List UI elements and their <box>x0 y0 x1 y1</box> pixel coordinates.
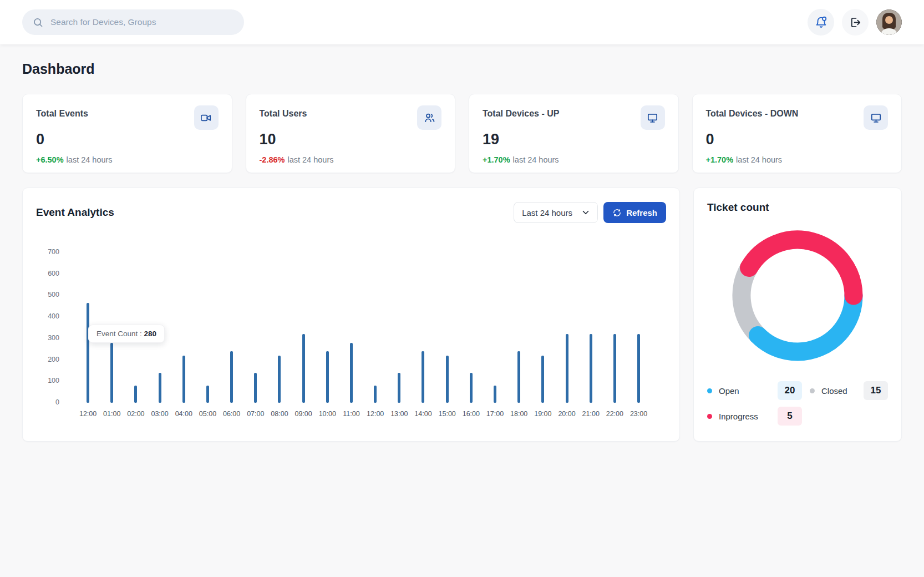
search-input[interactable] <box>50 17 234 27</box>
bar-column[interactable]: 12:00 <box>363 252 387 403</box>
bar-column[interactable]: 13:00 <box>387 252 411 403</box>
bar[interactable] <box>110 343 113 403</box>
bar[interactable] <box>398 373 400 403</box>
bar[interactable] <box>302 334 305 403</box>
bar-column[interactable]: 09:00 <box>292 252 316 403</box>
bar-column[interactable]: 04:00 <box>172 252 196 403</box>
x-axis-tick-label: 01:00 <box>103 410 120 418</box>
x-axis-tick-label: 12:00 <box>367 410 384 418</box>
bar[interactable] <box>470 373 473 403</box>
notification-bell-icon <box>814 16 828 29</box>
bar-column[interactable]: 21:00 <box>579 252 603 403</box>
bar-column[interactable]: 14:00 <box>411 252 435 403</box>
x-axis-tick-label: 07:00 <box>247 410 264 418</box>
refresh-button[interactable]: Refresh <box>603 202 666 223</box>
delta-percent: +1.70% <box>706 155 734 164</box>
bar[interactable] <box>159 373 161 403</box>
bar[interactable] <box>422 351 424 403</box>
x-axis-tick-label: 20:00 <box>558 410 575 418</box>
x-axis-tick-label: 10:00 <box>319 410 336 418</box>
stat-card-icon-box <box>417 105 441 130</box>
x-axis-tick-label: 17:00 <box>486 410 504 418</box>
bar[interactable] <box>566 334 568 403</box>
y-axis-tick-label: 400 <box>36 312 59 320</box>
event-analytics-panel: Event Analytics Last 24 hours Refresh <box>22 188 680 442</box>
logout-button[interactable] <box>842 9 869 36</box>
stat-card-devices-down: Total Devices - DOWN 0 +1.70%last 24 hou… <box>692 94 902 173</box>
search-icon <box>32 17 44 28</box>
bar[interactable] <box>87 303 89 403</box>
user-avatar[interactable] <box>876 9 902 35</box>
bar[interactable] <box>230 351 233 403</box>
ticket-donut-chart[interactable] <box>732 230 863 361</box>
ticket-count-title: Ticket count <box>707 201 888 214</box>
bar[interactable] <box>206 386 209 403</box>
bar[interactable] <box>326 351 329 403</box>
bar[interactable] <box>182 356 185 403</box>
page-title: Dashbaord <box>22 61 902 77</box>
stat-card-delta: +1.70%last 24 hours <box>706 155 889 164</box>
legend-dot-inprogress <box>707 414 712 419</box>
donut-segment-closed[interactable] <box>742 268 758 336</box>
topbar-actions <box>808 9 902 36</box>
stat-card-value: 0 <box>36 131 219 148</box>
bar-column[interactable]: 22:00 <box>603 252 627 403</box>
time-range-select[interactable]: Last 24 hours <box>514 202 598 223</box>
bar-column[interactable]: 20:00 <box>555 252 578 403</box>
bar-column[interactable]: 05:00 <box>196 252 220 403</box>
stat-card-delta: -2.86%last 24 hours <box>260 155 442 164</box>
bar-column[interactable]: 19:00 <box>531 252 555 403</box>
stat-card-delta: +6.50%last 24 hours <box>36 155 219 164</box>
bar-column[interactable]: 10:00 <box>316 252 339 403</box>
bar-column[interactable]: 15:00 <box>435 252 459 403</box>
legend-value-closed: 15 <box>864 381 888 400</box>
time-range-value: Last 24 hours <box>522 208 572 217</box>
bar[interactable] <box>517 351 520 403</box>
bar[interactable] <box>134 386 137 403</box>
stat-card-icon-box <box>864 105 888 130</box>
bar[interactable] <box>350 343 353 403</box>
bar-column[interactable]: 07:00 <box>243 252 267 403</box>
y-axis-tick-label: 0 <box>36 398 59 406</box>
x-axis-tick-label: 15:00 <box>439 410 456 418</box>
donut-segment-open[interactable] <box>758 296 854 352</box>
topbar <box>0 0 924 44</box>
x-axis-tick-label: 06:00 <box>223 410 240 418</box>
notifications-button[interactable] <box>808 9 834 36</box>
avatar-image <box>876 9 902 35</box>
stat-card-value: 19 <box>483 131 665 148</box>
stat-card-title: Total Devices - DOWN <box>706 105 799 119</box>
bar-column[interactable]: 17:00 <box>483 252 507 403</box>
x-axis-tick-label: 22:00 <box>606 410 623 418</box>
bar[interactable] <box>494 386 496 403</box>
bar[interactable] <box>254 373 257 403</box>
bar[interactable] <box>278 356 281 403</box>
legend-value-inprogress: 5 <box>778 407 802 426</box>
y-axis-tick-label: 500 <box>36 291 59 298</box>
bar-column[interactable]: 06:00 <box>220 252 243 403</box>
x-axis-tick-label: 16:00 <box>463 410 480 418</box>
bar-column[interactable]: 11:00 <box>339 252 363 403</box>
x-axis-tick-label: 05:00 <box>199 410 216 418</box>
search-bar[interactable] <box>22 9 244 35</box>
stat-card-value: 10 <box>260 131 442 148</box>
legend-label-closed: Closed <box>821 386 847 396</box>
bar-column[interactable]: 16:00 <box>459 252 483 403</box>
x-axis-tick-label: 12:00 <box>79 410 97 418</box>
x-axis-tick-label: 23:00 <box>630 410 647 418</box>
bar-column[interactable]: 08:00 <box>267 252 291 403</box>
logout-icon <box>849 16 862 29</box>
bar[interactable] <box>374 386 377 403</box>
event-analytics-chart: 7006005004003002001000 12:0001:0002:0003… <box>36 236 666 429</box>
stat-card-total-events: Total Events 0 +6.50%last 24 hours <box>22 94 232 173</box>
bar-column[interactable]: 23:00 <box>627 252 651 403</box>
bar[interactable] <box>541 356 544 403</box>
bar[interactable] <box>637 334 640 403</box>
x-axis-tick-label: 19:00 <box>534 410 551 418</box>
bar-column[interactable]: 18:00 <box>507 252 531 403</box>
bar[interactable] <box>590 334 592 403</box>
x-axis-tick-label: 13:00 <box>390 410 408 418</box>
bar[interactable] <box>613 334 616 403</box>
bar[interactable] <box>446 356 449 403</box>
donut-segment-inprogress[interactable] <box>749 240 854 296</box>
